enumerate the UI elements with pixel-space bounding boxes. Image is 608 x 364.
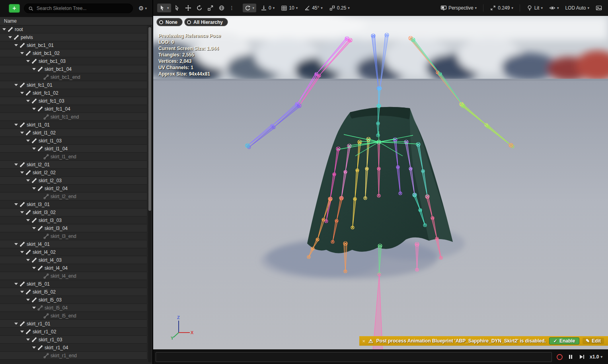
tree-row-skirt_l5_01[interactable]: skirt_l5_01	[0, 280, 147, 288]
scale-snap-button[interactable]: 0.25 ▾	[327, 4, 352, 12]
tree-row-skirt_fc1_04[interactable]: skirt_fc1_04	[0, 105, 147, 113]
lod-dropdown[interactable]: LOD Auto ▾	[563, 4, 591, 12]
expander-arrow-icon[interactable]	[8, 36, 12, 38]
tree-row-pelvis[interactable]: pelvis	[0, 33, 147, 41]
enable-button[interactable]: ✓ Enable	[549, 337, 579, 345]
edit-button[interactable]: ✎ Edit	[583, 338, 604, 344]
viewport-canvas[interactable]: None All Hierarchy Previewing Reference …	[153, 16, 608, 349]
expander-arrow-icon[interactable]	[26, 179, 30, 181]
expander-arrow-icon[interactable]	[14, 44, 18, 46]
scale-tool-button[interactable]	[205, 4, 216, 12]
expander-arrow-icon[interactable]	[20, 251, 24, 253]
surface-snapping-button[interactable]: ▾	[243, 4, 257, 12]
tree-row-skirt_l4_01[interactable]: skirt_l4_01	[0, 240, 147, 248]
tree-row-skirt_l5_02[interactable]: skirt_l5_02	[0, 288, 147, 296]
coordinate-space-button[interactable]	[216, 4, 227, 12]
filter-pill-all-hierarchy[interactable]: All Hierarchy	[184, 18, 228, 26]
tree-row-skirt_bc1_03[interactable]: skirt_bc1_03	[0, 57, 147, 65]
tree-row-skirt_l1_02[interactable]: skirt_l1_02	[0, 129, 147, 137]
expander-arrow-icon[interactable]	[14, 203, 18, 205]
expander-arrow-icon[interactable]	[20, 171, 24, 173]
transform-options-menu[interactable]: ⋮	[228, 4, 236, 12]
tree-row-skirt_l3_03[interactable]: skirt_l3_03	[0, 216, 147, 224]
tree-row-skirt_l2_04[interactable]: skirt_l2_04	[0, 185, 147, 193]
tree-row-skirt_l1_01[interactable]: skirt_l1_01	[0, 121, 147, 129]
playback-speed-dropdown[interactable]: x1.0 ▾	[590, 354, 602, 360]
tree-row-skirt_l5_03[interactable]: skirt_l5_03	[0, 296, 147, 304]
tree-row-skirt_l2_01[interactable]: skirt_l2_01	[0, 161, 147, 169]
tree-row-skirt_l2_end[interactable]: skirt_l2_end	[0, 193, 147, 200]
expander-arrow-icon[interactable]	[26, 100, 30, 102]
expander-arrow-icon[interactable]	[26, 339, 30, 341]
filter-pill-none[interactable]: None	[156, 18, 183, 26]
tree-row-skirt_l5_04[interactable]: skirt_l5_04	[0, 304, 147, 312]
rotate-tool-button[interactable]	[194, 4, 205, 12]
screenshot-button[interactable]	[594, 4, 604, 12]
tree-row-skirt_fc1_end[interactable]: skirt_fc1_end	[0, 113, 147, 121]
tree-row-skirt_r1_02[interactable]: skirt_r1_02	[0, 328, 147, 336]
search-box[interactable]	[24, 4, 133, 13]
close-icon[interactable]: ×	[362, 338, 366, 344]
rotation-snap-button[interactable]: 45° ▾	[302, 4, 325, 12]
tree-row-skirt_l4_end[interactable]: skirt_l4_end	[0, 272, 147, 280]
expander-arrow-icon[interactable]	[2, 28, 6, 30]
tree-row-skirt_l4_03[interactable]: skirt_l4_03	[0, 256, 147, 264]
tree-row-skirt_l5_end[interactable]: skirt_l5_end	[0, 312, 147, 320]
perspective-dropdown[interactable]: Perspective ▾	[438, 4, 479, 12]
expander-arrow-icon[interactable]	[20, 52, 24, 54]
expander-arrow-icon[interactable]	[32, 307, 36, 309]
tree-row-root[interactable]: root	[0, 25, 147, 33]
translate-tool-button[interactable]	[183, 4, 193, 12]
tree-row-skirt_bc1_04[interactable]: skirt_bc1_04	[0, 65, 147, 73]
expander-arrow-icon[interactable]	[14, 124, 18, 126]
expander-arrow-icon[interactable]	[14, 84, 18, 86]
add-bone-button[interactable]: +	[9, 4, 20, 13]
expander-arrow-icon[interactable]	[32, 227, 36, 229]
expander-arrow-icon[interactable]	[26, 299, 30, 301]
expander-arrow-icon[interactable]	[20, 331, 24, 333]
expander-arrow-icon[interactable]	[32, 108, 36, 110]
lit-mode-dropdown[interactable]: Lit ▾	[524, 4, 545, 12]
tree-row-skirt_bc1_02[interactable]: skirt_bc1_02	[0, 49, 147, 57]
tree-row-skirt_l3_02[interactable]: skirt_l3_02	[0, 208, 147, 216]
tree-settings-button[interactable]: ⚙ ▾	[137, 4, 148, 13]
expander-arrow-icon[interactable]	[14, 323, 18, 325]
tree-row-skirt_fc1_01[interactable]: skirt_fc1_01	[0, 81, 147, 89]
tree-row-skirt_l1_end[interactable]: skirt_l1_end	[0, 153, 147, 161]
expander-arrow-icon[interactable]	[20, 92, 24, 94]
tree-row-skirt_l1_03[interactable]: skirt_l1_03	[0, 137, 147, 145]
search-input[interactable]	[36, 5, 129, 12]
expander-arrow-icon[interactable]	[26, 259, 30, 261]
tree-row-skirt_l2_03[interactable]: skirt_l2_03	[0, 177, 147, 185]
expander-arrow-icon[interactable]	[26, 140, 30, 142]
expander-arrow-icon[interactable]	[32, 148, 36, 150]
expander-arrow-icon[interactable]	[14, 164, 18, 165]
tree-row-skirt_r1_01[interactable]: skirt_r1_01	[0, 320, 147, 328]
select-tool-button[interactable]	[172, 4, 182, 12]
select-mode-dropdown[interactable]: ▾	[157, 4, 171, 12]
scrollbar-thumb[interactable]	[148, 27, 151, 211]
expander-arrow-icon[interactable]	[32, 267, 36, 269]
tree-row-skirt_l4_04[interactable]: skirt_l4_04	[0, 264, 147, 272]
expander-arrow-icon[interactable]	[20, 211, 24, 213]
tree-scrollbar[interactable]	[148, 26, 152, 362]
tree-row-skirt_bc1_end[interactable]: skirt_bc1_end	[0, 73, 147, 81]
tree-row-skirt_bc1_01[interactable]: skirt_bc1_01	[0, 41, 147, 49]
tree-row-skirt_l1_04[interactable]: skirt_l1_04	[0, 145, 147, 153]
expander-arrow-icon[interactable]	[20, 291, 24, 293]
tree-row-skirt_fc1_03[interactable]: skirt_fc1_03	[0, 97, 147, 105]
screen-size-dropdown[interactable]: 0.249 ▾	[488, 4, 515, 12]
pause-button[interactable]	[567, 354, 574, 360]
tree-row-skirt_l3_end[interactable]: skirt_l3_end	[0, 232, 147, 240]
tree-row-skirt_l3_01[interactable]: skirt_l3_01	[0, 200, 147, 208]
expander-arrow-icon[interactable]	[14, 243, 18, 245]
expander-arrow-icon[interactable]	[26, 60, 30, 62]
tree-row-skirt_r1_03[interactable]: skirt_r1_03	[0, 336, 147, 344]
expander-arrow-icon[interactable]	[20, 132, 24, 134]
expander-arrow-icon[interactable]	[32, 187, 36, 189]
tree-row-skirt_l3_04[interactable]: skirt_l3_04	[0, 224, 147, 232]
tree-row-skirt_r1_end[interactable]: skirt_r1_end	[0, 352, 147, 360]
grid-snap-button[interactable]: 10 ▾	[279, 4, 300, 12]
expander-arrow-icon[interactable]	[26, 219, 30, 221]
tree-row-skirt_l4_02[interactable]: skirt_l4_02	[0, 248, 147, 256]
